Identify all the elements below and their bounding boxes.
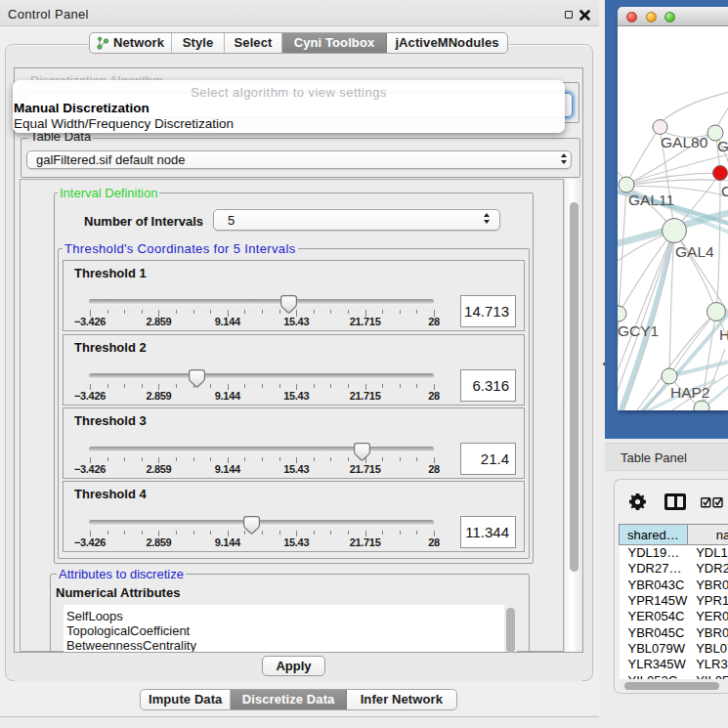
svg-text:C: C [721, 183, 728, 199]
svg-text:HAP2: HAP2 [670, 384, 710, 401]
svg-text:GA: GA [717, 138, 728, 154]
svg-text:H: H [719, 326, 728, 343]
svg-text:GAL4: GAL4 [675, 243, 714, 260]
svg-text:GAL11: GAL11 [628, 192, 674, 208]
svg-text:GCY1: GCY1 [618, 322, 659, 339]
svg-text:GAL80: GAL80 [661, 134, 708, 150]
